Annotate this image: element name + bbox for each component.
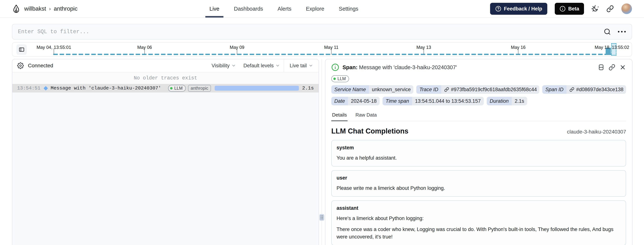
trace-row[interactable]: 13:54:51 Message with 'claude-3-haiku-20… xyxy=(12,84,319,93)
span-header: Span:Message with 'claude-3-haiku-202403… xyxy=(331,63,626,71)
message-card-assistant: assistant Here's a limerick about Python… xyxy=(331,200,626,245)
message-role: system xyxy=(336,145,621,151)
sidebar-toggle-icon[interactable] xyxy=(16,44,27,55)
panel-resize-handle[interactable] xyxy=(320,214,324,221)
timeline-tick-label: May 09 xyxy=(230,45,244,50)
gear-icon[interactable] xyxy=(17,62,24,69)
filter-actions xyxy=(604,28,626,35)
search-icon[interactable] xyxy=(604,28,611,35)
meta-value: unknown_service xyxy=(369,85,414,94)
timeline-tick-label: May 16 xyxy=(511,45,526,50)
green-dot-icon xyxy=(170,87,172,90)
span-detail-tabs: Details Raw Data xyxy=(331,111,626,121)
main-nav: Live Dashboards Alerts Explore Settings xyxy=(210,0,358,18)
span-meta-row-2: Date 2024-05-18 Time span 13:54:51.044 t… xyxy=(331,97,626,105)
more-options-icon[interactable] xyxy=(618,30,626,34)
tab-raw-data[interactable]: Raw Data xyxy=(354,111,377,121)
beta-label: Beta xyxy=(568,6,579,12)
trace-list-header: Connected Visibility Default levels Live… xyxy=(12,59,319,72)
span-diamond-icon xyxy=(44,86,48,90)
meta-label: Span ID xyxy=(542,85,566,94)
live-tail-label: Live tail xyxy=(290,63,307,69)
span-title-text: Message with 'claude-3-haiku-20240307' xyxy=(359,64,457,70)
link-icon[interactable] xyxy=(570,87,574,92)
link-icon[interactable] xyxy=(444,87,449,92)
llm-badge-label: LLM xyxy=(174,86,182,91)
meta-value: #973fba5919cf9c618aafdb2635f68c44 xyxy=(441,85,539,94)
sql-filter-input[interactable] xyxy=(18,29,604,35)
meta-value: 13:54:51.044 to 13:54:53.157 xyxy=(412,97,484,105)
span-tags: LLM xyxy=(331,75,626,82)
chevron-down-icon xyxy=(276,63,280,68)
timeline-dashed-track xyxy=(53,54,612,55)
copy-link-icon[interactable] xyxy=(608,64,615,71)
section-title: LLM Chat Completions xyxy=(331,127,408,135)
tab-details[interactable]: Details xyxy=(331,111,348,121)
llm-tag-label: LLM xyxy=(338,76,346,81)
trace-id-value[interactable]: #973fba5919cf9c618aafdb2635f68c44 xyxy=(451,87,537,93)
share-link-icon[interactable] xyxy=(606,5,614,13)
live-tail-dropdown[interactable]: Live tail xyxy=(284,59,319,72)
time-range-chart: May 04, 13:55:01 May 06 May 09 May 11 Ma… xyxy=(12,42,632,57)
chat-messages: system You are a helpful assistant. user… xyxy=(331,140,626,245)
meta-label: Trace ID xyxy=(416,85,441,94)
meta-label: Service Name xyxy=(331,85,369,94)
meta-label: Date xyxy=(331,97,348,105)
tab-dashboards[interactable]: Dashboards xyxy=(234,0,263,18)
model-name: claude-3-haiku-20240307 xyxy=(567,129,626,135)
trace-duration: 2.1s xyxy=(302,85,314,91)
timeline-tick-label: May 11 xyxy=(324,45,338,50)
default-levels-dropdown[interactable]: Default levels xyxy=(240,59,284,72)
timeline-tick-label: May 18, 13:55:02 xyxy=(594,45,629,50)
tab-live[interactable]: Live xyxy=(210,0,219,18)
tab-alerts[interactable]: Alerts xyxy=(278,0,292,18)
llm-badge: LLM xyxy=(168,85,186,92)
visibility-label: Visibility xyxy=(212,63,230,69)
breadcrumb: willbakst › anthropic xyxy=(24,6,78,12)
green-dot-icon xyxy=(333,78,336,80)
message-role: assistant xyxy=(336,205,621,211)
app-logo-icon[interactable] xyxy=(12,5,20,13)
span-id-value[interactable]: #d08697de343ce138 xyxy=(576,87,624,93)
theme-toggle-icon[interactable] xyxy=(592,5,599,13)
tab-explore[interactable]: Explore xyxy=(306,0,324,18)
meta-label: Duration xyxy=(487,97,512,105)
meta-value: #d08697de343ce138 xyxy=(566,85,626,94)
split-view-icon[interactable] xyxy=(598,64,604,71)
tab-settings[interactable]: Settings xyxy=(339,0,358,18)
span-title: Span:Message with 'claude-3-haiku-202403… xyxy=(342,64,457,71)
message-card-system: system You are a helpful assistant. xyxy=(331,140,626,166)
trace-timestamp: 13:54:51 xyxy=(17,85,40,91)
meta-value: 2024-05-18 xyxy=(348,97,380,105)
duration-bar xyxy=(215,86,299,91)
meta-value: 2.1s xyxy=(512,97,527,105)
date-pill: Date 2024-05-18 xyxy=(331,97,380,105)
feedback-help-button[interactable]: Feedback / Help xyxy=(490,3,548,15)
trace-list-controls: Visibility Default levels Live tail xyxy=(208,59,319,72)
chevron-down-icon xyxy=(308,63,313,68)
close-icon[interactable] xyxy=(620,64,626,71)
span-id-pill: Span ID #d08697de343ce138 xyxy=(542,85,626,94)
question-circle-icon xyxy=(495,6,501,12)
user-avatar[interactable] xyxy=(621,3,632,14)
app-header: willbakst › anthropic Live Dashboards Al… xyxy=(0,0,644,18)
service-name-pill: Service Name unknown_service xyxy=(331,85,413,94)
message-text: Please write me a limerick about Python … xyxy=(336,185,621,192)
breadcrumb-org[interactable]: willbakst xyxy=(24,6,46,12)
default-levels-label: Default levels xyxy=(243,63,274,69)
message-text: You are a helpful assistant. xyxy=(336,154,621,162)
breadcrumb-project[interactable]: anthropic xyxy=(54,6,78,12)
trace-list-panel: Connected Visibility Default levels Live… xyxy=(12,59,319,245)
header-actions: Feedback / Help Beta xyxy=(490,3,632,15)
no-older-traces-notice: No older traces exist xyxy=(12,72,319,84)
visibility-dropdown[interactable]: Visibility xyxy=(208,59,240,72)
llm-section-header: LLM Chat Completions claude-3-haiku-2024… xyxy=(331,127,626,135)
llm-tag[interactable]: LLM xyxy=(331,75,349,82)
beta-button[interactable]: Beta xyxy=(555,3,584,15)
span-actions xyxy=(598,64,626,71)
feedback-help-label: Feedback / Help xyxy=(504,6,542,12)
span-details-panel: Span:Message with 'claude-3-haiku-202403… xyxy=(325,59,632,245)
connection-status: Connected xyxy=(28,63,53,69)
message-text: There once was a coder who knew, Logging… xyxy=(336,226,621,240)
trace-id-pill: Trace ID #973fba5919cf9c618aafdb2635f68c… xyxy=(416,85,539,94)
